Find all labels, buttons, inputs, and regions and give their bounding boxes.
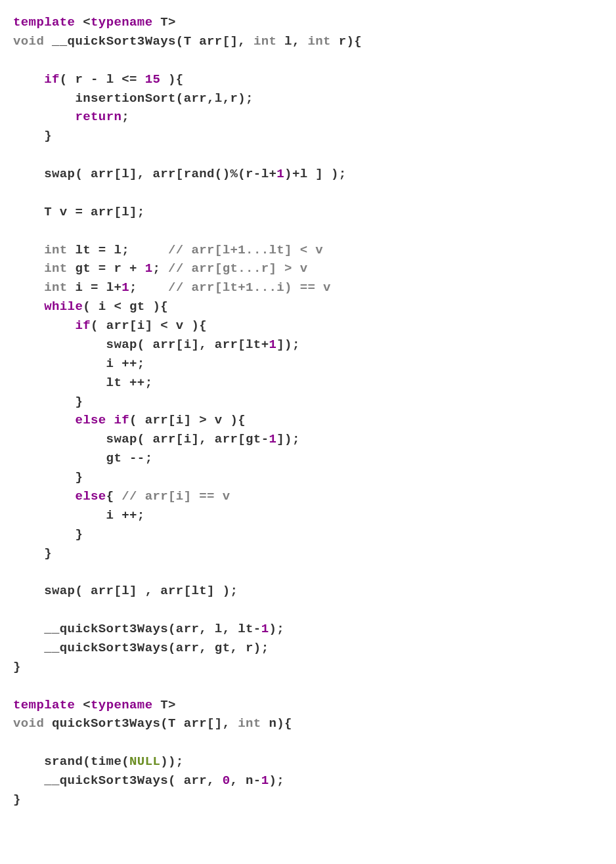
code-line: }	[13, 546, 52, 561]
code-token: ( arr[i] < v ){	[91, 318, 207, 333]
code-token: // arr[i] == v	[121, 489, 230, 504]
code-token: return	[75, 110, 121, 124]
code-token: else if	[75, 413, 129, 427]
code-token: i ++;	[13, 508, 145, 523]
code-token: int	[253, 34, 276, 49]
code-line: i ++;	[13, 356, 145, 371]
code-line: insertionSort(arr,l,r);	[13, 91, 253, 106]
code-token: // arr[gt...r] > v	[168, 261, 307, 276]
code-token: ]);	[276, 432, 299, 446]
code-line: int i = l+1; // arr[lt+1...i) == v	[13, 280, 331, 295]
code-token: ( r - l <=	[60, 72, 145, 87]
code-token: int	[44, 243, 67, 257]
code-token: NULL	[129, 754, 160, 769]
code-token: quickSort3Ways(T arr[],	[44, 716, 238, 731]
code-token	[13, 72, 44, 87]
code-line: void __quickSort3Ways(T arr[], int l, in…	[13, 34, 362, 49]
code-token: );	[269, 622, 284, 636]
code-line: if( arr[i] < v ){	[13, 318, 207, 333]
code-token: typename	[91, 698, 152, 712]
code-token: }	[13, 470, 83, 485]
code-token: swap( arr[l] , arr[lt] );	[13, 584, 238, 598]
code-token: while	[44, 299, 83, 314]
code-token: }	[13, 129, 52, 143]
code-token: )+l ] );	[284, 167, 346, 181]
code-token: ));	[160, 754, 183, 769]
code-token: ( i < gt ){	[83, 299, 168, 314]
code-line: while( i < gt ){	[13, 299, 168, 314]
code-token: ( arr[i] > v ){	[129, 413, 246, 427]
code-line: }	[13, 395, 83, 409]
code-line: }	[13, 470, 83, 485]
code-block: template <typename T> void __quickSort3W…	[13, 13, 603, 810]
code-token: i = l+	[68, 280, 122, 295]
code-token: int	[238, 716, 261, 731]
code-token: void	[13, 34, 44, 49]
code-line: template <typename T>	[13, 698, 176, 712]
code-token: T>	[152, 15, 175, 30]
code-token: int	[44, 280, 67, 295]
code-line: void quickSort3Ways(T arr[], int n){	[13, 716, 292, 731]
code-token: n){	[261, 716, 292, 731]
code-token: template	[13, 698, 75, 712]
code-token: 15	[145, 72, 161, 87]
code-token: 1	[269, 337, 276, 352]
code-token: void	[13, 716, 44, 731]
code-token: __quickSort3Ways(arr, l, lt-	[13, 622, 261, 636]
code-token: __quickSort3Ways(arr, gt, r);	[13, 641, 269, 655]
code-line: int gt = r + 1; // arr[gt...r] > v	[13, 261, 308, 276]
code-token: }	[13, 546, 52, 561]
code-token: }	[13, 395, 83, 409]
code-token: __quickSort3Ways( arr,	[13, 773, 223, 788]
code-token	[13, 280, 44, 295]
code-token: r){	[331, 34, 362, 49]
code-token: lt = l;	[68, 243, 168, 257]
code-line: int lt = l; // arr[l+1...lt] < v	[13, 243, 323, 257]
code-line: }	[13, 527, 83, 542]
code-token: swap( arr[l], arr[rand()%(r-l+	[13, 167, 276, 181]
code-token: srand(time(	[13, 754, 129, 769]
code-token: template	[13, 15, 75, 30]
code-token: // arr[lt+1...i) == v	[168, 280, 331, 295]
code-token: T v = arr[l];	[13, 205, 145, 219]
code-line: if( r - l <= 15 ){	[13, 72, 184, 87]
code-token: lt ++;	[13, 376, 152, 390]
code-token: if	[75, 318, 91, 333]
code-line: }	[13, 792, 21, 807]
code-token: 1	[261, 773, 269, 788]
code-token: T>	[152, 698, 175, 712]
code-token: if	[44, 72, 60, 87]
code-token	[13, 299, 44, 314]
code-token: i ++;	[13, 356, 145, 371]
code-token	[13, 110, 75, 124]
code-token: ;	[152, 261, 168, 276]
code-token: 0	[223, 773, 231, 788]
code-line: srand(time(NULL));	[13, 754, 184, 769]
code-token: , n-	[230, 773, 261, 788]
code-token: );	[269, 773, 285, 788]
code-token: __quickSort3Ways(T arr[],	[44, 34, 253, 49]
code-token	[13, 261, 44, 276]
code-token: 1	[145, 261, 153, 276]
code-line: __quickSort3Ways(arr, l, lt-1);	[13, 622, 284, 636]
code-token: gt = r +	[68, 261, 145, 276]
code-line: template <typename T>	[13, 15, 176, 30]
code-token: gt --;	[13, 451, 152, 465]
code-line: return;	[13, 110, 129, 124]
code-token: else	[75, 489, 106, 504]
code-token	[13, 489, 75, 504]
code-token: }	[13, 527, 83, 542]
code-line: swap( arr[l] , arr[lt] );	[13, 584, 238, 598]
code-token: <	[75, 15, 91, 30]
code-token: 1	[121, 280, 129, 295]
code-token	[13, 243, 44, 257]
code-token: // arr[l+1...lt] < v	[168, 243, 323, 257]
code-token: ;	[129, 280, 168, 295]
code-token: int	[44, 261, 67, 276]
code-line: T v = arr[l];	[13, 205, 145, 219]
code-line: swap( arr[l], arr[rand()%(r-l+1)+l ] );	[13, 167, 347, 181]
code-line: }	[13, 660, 21, 674]
code-line: gt --;	[13, 451, 152, 465]
code-token: }	[13, 792, 21, 807]
code-line: else if( arr[i] > v ){	[13, 413, 246, 427]
